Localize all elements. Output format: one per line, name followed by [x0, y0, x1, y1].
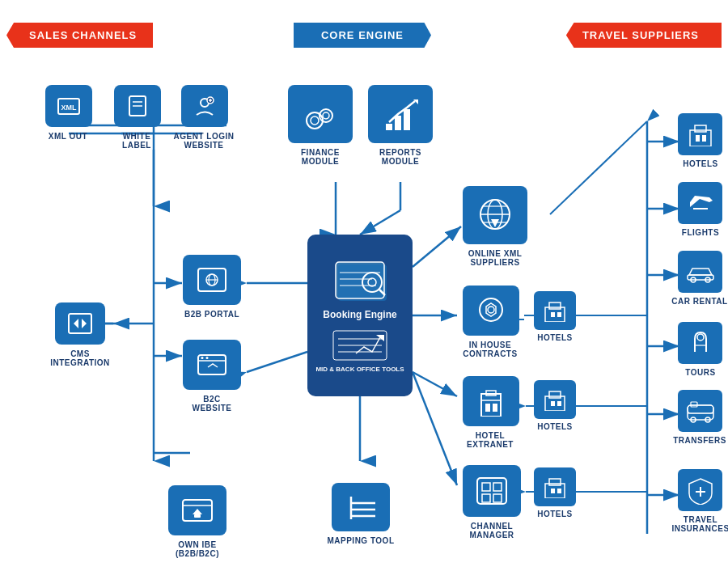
white-label-box [114, 85, 161, 127]
mapping-tool-label: MAPPING TOOL [324, 536, 398, 545]
svg-rect-142 [691, 402, 697, 407]
svg-point-103 [480, 298, 502, 321]
xml-out-box: XML [45, 85, 92, 127]
svg-rect-126 [557, 489, 561, 493]
mapping-tool-box [332, 483, 390, 531]
xml-out-label: XML OUT [40, 132, 95, 141]
finance-module-label: FINANCE MODULE [281, 148, 359, 166]
hotel-extranet-box [463, 376, 519, 426]
core-engine-banner: CORE ENGINE [294, 23, 431, 48]
booking-engine-box: Booking Engine MID & BACK OFFICE TOOLS [307, 235, 413, 396]
svg-line-24 [360, 210, 400, 235]
finance-module-box [288, 85, 353, 143]
flights-supplier-box [678, 182, 722, 224]
cms-integration-box [55, 302, 105, 345]
svg-rect-122 [493, 494, 502, 502]
svg-rect-107 [551, 312, 555, 317]
travel-insurances-supplier-label: TRAVEL INSURANCES [665, 515, 728, 533]
svg-point-135 [697, 334, 704, 341]
hotel-extranet-label: HOTEL EXTRANET [450, 431, 531, 449]
hotels-connector-1-label: HOTELS [532, 333, 578, 342]
svg-line-32 [550, 121, 647, 214]
svg-point-62 [201, 357, 204, 359]
svg-line-27 [247, 352, 307, 372]
svg-line-30 [413, 372, 457, 396]
booking-engine-label: Booking Engine [323, 309, 396, 322]
svg-marker-65 [74, 319, 78, 328]
svg-rect-129 [696, 135, 700, 142]
svg-rect-124 [549, 479, 561, 485]
svg-rect-115 [549, 391, 561, 398]
channel-manager-box [463, 465, 521, 517]
svg-rect-77 [404, 109, 410, 130]
svg-rect-119 [482, 483, 490, 491]
svg-rect-106 [549, 302, 561, 309]
svg-rect-117 [557, 401, 561, 406]
own-ibe-label: OWN IBE (B2B/B2C) [158, 540, 237, 558]
tours-supplier-box [678, 322, 722, 364]
b2c-website-label: B2C WEBSITE [183, 395, 241, 412]
svg-text:XML: XML [61, 104, 78, 112]
hotels-connector-1 [534, 291, 576, 330]
agent-login-box [181, 85, 228, 127]
svg-rect-108 [557, 312, 561, 317]
travel-insurances-supplier-box [678, 469, 722, 511]
svg-rect-130 [702, 135, 706, 142]
hotels-connector-2 [534, 380, 576, 419]
travel-suppliers-banner: TRAVEL SUPPLIERS [566, 23, 722, 48]
svg-point-104 [488, 307, 494, 313]
transfers-supplier-label: TRANSFERS [670, 436, 728, 445]
white-label-label: WHITE LABEL [108, 132, 166, 150]
mid-back-label: MID & BACK OFFICE TOOLS [315, 366, 404, 373]
svg-rect-127 [690, 130, 711, 146]
svg-rect-120 [493, 483, 502, 491]
hotels-connector-2-label: HOTELS [531, 422, 579, 431]
reports-module-label: REPORTS MODULE [362, 148, 439, 166]
svg-rect-76 [395, 116, 401, 130]
svg-rect-125 [551, 489, 555, 493]
svg-rect-121 [482, 494, 490, 502]
svg-rect-111 [485, 404, 490, 412]
svg-point-63 [206, 357, 209, 359]
hotels-supplier-label: HOTELS [675, 159, 726, 168]
cms-integration-label: CMS INTEGRATION [49, 349, 112, 367]
svg-rect-116 [551, 401, 555, 406]
svg-rect-64 [69, 314, 91, 333]
car-rental-supplier-label: CAR RENTAL [668, 297, 728, 306]
in-house-label: IN HOUSE CONTRACTS [450, 341, 531, 358]
flights-supplier-label: FLIGHTS [673, 228, 728, 237]
svg-point-74 [323, 112, 329, 119]
svg-marker-69 [193, 509, 202, 514]
agent-login-label: AGENT LOGIN WEBSITE [172, 132, 235, 150]
own-ibe-box [168, 485, 226, 535]
hotels-connector-3 [534, 467, 576, 506]
svg-line-31 [413, 372, 457, 485]
car-rental-supplier-box [678, 251, 722, 293]
transfers-supplier-box [678, 390, 722, 432]
svg-rect-75 [386, 124, 392, 130]
reports-module-box [368, 85, 433, 143]
sales-channels-banner: SALES CHANNELS [6, 23, 153, 48]
channel-manager-label: CHANNEL MANAGER [450, 522, 534, 539]
svg-rect-112 [493, 404, 497, 412]
svg-rect-70 [194, 514, 201, 518]
svg-marker-66 [82, 319, 87, 328]
hotels-supplier-box [678, 113, 722, 155]
diagram: SALES CHANNELS CORE ENGINE TRAVEL SUPPLI… [0, 0, 728, 588]
hotels-connector-3-label: HOTELS [531, 510, 579, 518]
svg-rect-109 [481, 394, 501, 417]
b2b-portal-box [183, 255, 241, 305]
in-house-contracts-box [463, 286, 519, 336]
svg-marker-102 [491, 219, 499, 227]
online-xml-suppliers-box [463, 186, 527, 244]
svg-marker-92 [376, 335, 384, 341]
b2b-portal-label: B2B PORTAL [183, 310, 241, 319]
svg-point-72 [311, 116, 319, 125]
online-xml-label: ONLINE XML SUPPLIERS [453, 249, 537, 267]
svg-rect-128 [695, 125, 706, 132]
b2c-website-box [183, 340, 241, 390]
tours-supplier-label: TOURS [675, 368, 726, 377]
